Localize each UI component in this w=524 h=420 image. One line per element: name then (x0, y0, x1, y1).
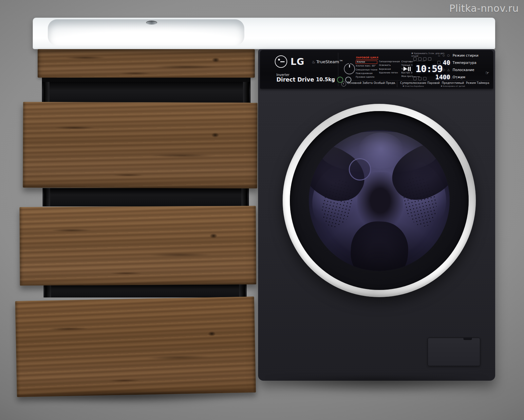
program-label: Удаление пятен (379, 72, 400, 74)
option-icon (423, 77, 426, 80)
watermark: Plitka-nnov.ru (449, 3, 519, 14)
temperature-label: Температура (453, 61, 480, 65)
rinse-label: Полоскание (453, 68, 480, 72)
option-icon (413, 57, 417, 61)
washer-door[interactable] (283, 104, 476, 297)
cabinet-cavity-bottom (44, 284, 247, 297)
category-label: Суперполоскание (400, 81, 426, 85)
category-label: Паровой (427, 81, 440, 85)
program-label: Повседневная (356, 72, 377, 75)
option-icon (418, 77, 421, 80)
category-label: Предв. (386, 81, 396, 85)
category-label: Предпочтимый (442, 81, 464, 85)
sink-countertop (33, 18, 495, 49)
faucet-hole (146, 21, 157, 25)
truesteam-label: ♨TrueSteam™ (312, 59, 343, 64)
power-button[interactable] (344, 63, 355, 74)
rinse-icons: ○ △ (442, 68, 450, 71)
option-icon (423, 57, 426, 61)
category-sublabel: ✱ Очистка барабана (402, 85, 424, 87)
sink-basin (48, 19, 244, 46)
tap-touch-icon[interactable]: ☞ (485, 70, 489, 75)
wash-mode-row: ♨ ◇ ○ Режим стирки (438, 53, 480, 57)
program-label: Освежить (379, 64, 400, 67)
mode-icons: ♨ ◇ ○ (438, 54, 450, 57)
spin-row: 1400 Отжим (435, 73, 480, 81)
program-category: Особый (374, 81, 385, 85)
program-label: Хлопок (356, 61, 377, 64)
temperature-row: 40 Температура (437, 59, 480, 66)
hatch-handle (463, 337, 472, 340)
program-label: Пуховое одеяло (356, 76, 377, 79)
play-icon (403, 67, 407, 71)
drawer-front-top[interactable] (23, 102, 258, 188)
category-label: Основной (347, 81, 361, 85)
program-category: Предв. (386, 81, 396, 85)
pause-icon (408, 67, 411, 71)
service-hatch[interactable] (427, 337, 480, 366)
cabinet-floor-shadow (18, 392, 251, 406)
category-label: Режим Таймера (466, 81, 489, 85)
program-label: Гипоаллергенная (379, 61, 400, 63)
program-category: Основной (347, 81, 361, 85)
settings-display: ♨ ◇ ○ Режим стирки 40 Температура ○ △ По… (435, 53, 480, 81)
option-icon (413, 77, 417, 80)
program-category: Паровой (427, 81, 440, 85)
brand-text: LG (290, 56, 305, 67)
program-column-1: ХлопокХлопок макс. 60°Смешанные тканиПов… (356, 61, 377, 79)
category-label: Забота (363, 81, 373, 85)
temp-option-icon (437, 61, 440, 64)
program-category-strip: Основной Забота Особый Предв. Суперполос… (341, 81, 489, 88)
cabinet-cavity-middle (43, 188, 249, 206)
direct-drive-text: Direct Drive (276, 77, 314, 83)
washer-floor-shadow (262, 377, 491, 394)
door-glass (309, 130, 450, 271)
status-option-icons (413, 77, 426, 80)
category-sublabel: ✱ Блокировка от детей (441, 85, 465, 87)
program-column-2: ГипоаллергеннаяОсвежитьБережнаяУдаление … (379, 61, 400, 79)
display-option-icons (413, 57, 431, 61)
program-list: ПАРОВОЙ ЦИКЛ ХлопокХлопок макс. 60°Смеша… (356, 53, 411, 79)
control-panel: LG ♨TrueSteam™ Inverter Direct Drive 10.… (260, 50, 493, 89)
option-icon (418, 57, 421, 61)
capacity-text: 10.5kg (316, 77, 335, 83)
steam-cycle-header: ПАРОВОЙ ЦИКЛ (356, 56, 378, 60)
inverter-direct-drive-label: Inverter Direct Drive 10.5kg (276, 73, 351, 83)
lg-logo: LG (275, 55, 305, 68)
cabinet-apron-panel (38, 49, 255, 78)
lg-logo-mark-icon (275, 55, 287, 68)
option-icon (428, 57, 431, 61)
program-category: Суперполоскание ✱ Очистка барабана (397, 81, 426, 87)
spin-label: Отжим (453, 75, 480, 79)
rinse-row: ○ △ Полоскание (442, 68, 480, 72)
temperature-value: 40 (443, 59, 450, 66)
program-label: Бережная (379, 68, 400, 71)
drawer-front-middle[interactable] (19, 206, 256, 286)
program-label: Хлопок макс. 60° (356, 65, 377, 67)
spin-value: 1400 (435, 73, 450, 81)
program-category: Режим Таймера (466, 81, 489, 85)
program-category: Забота (363, 81, 373, 85)
truesteam-text: TrueSteam™ (316, 59, 344, 64)
program-category: Предпочтимый ✱ Блокировка от детей (441, 81, 465, 87)
category-label: Особый (374, 81, 385, 85)
smart-diagnosis-icon (341, 82, 346, 86)
product-stage: Plitka-nnov.ru LG ♨TrueSteam™ (0, 0, 524, 420)
steam-icon: ♨ (312, 60, 315, 64)
washing-machine: LG ♨TrueSteam™ Inverter Direct Drive 10.… (258, 49, 495, 381)
drawer-front-bottom[interactable] (15, 296, 256, 397)
program-label: Смешанные ткани (356, 69, 377, 71)
vanity-cabinet (16, 49, 258, 400)
start-pause-button[interactable] (403, 67, 411, 71)
mode-label: Режим стирки (453, 53, 480, 57)
